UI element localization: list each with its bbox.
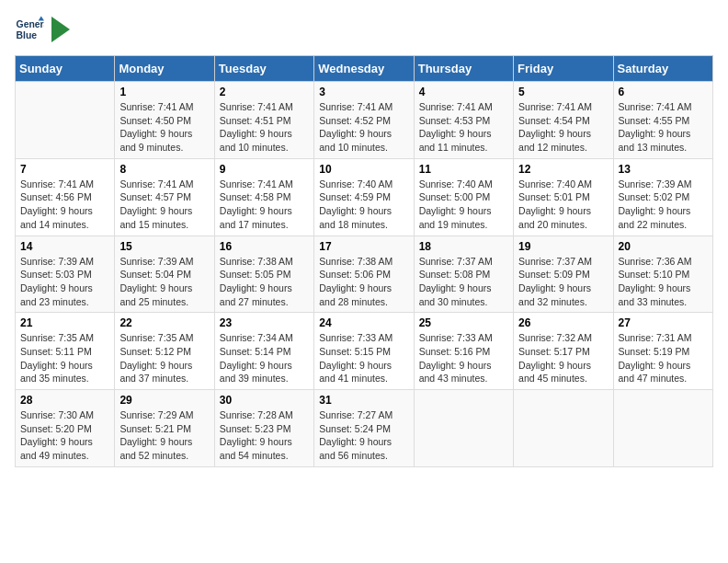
calendar-table: SundayMondayTuesdayWednesdayThursdayFrid…: [15, 55, 713, 467]
day-info: Sunrise: 7:37 AM Sunset: 5:08 PM Dayligh…: [419, 255, 508, 309]
day-info: Sunrise: 7:41 AM Sunset: 4:53 PM Dayligh…: [419, 100, 508, 155]
day-number: 1: [119, 86, 209, 98]
day-info: Sunrise: 7:34 AM Sunset: 5:14 PM Dayligh…: [220, 331, 309, 385]
day-number: 12: [518, 163, 608, 176]
day-info: Sunrise: 7:39 AM Sunset: 5:02 PM Dayligh…: [619, 178, 708, 232]
svg-text:Blue: Blue: [17, 30, 38, 40]
day-number: 26: [518, 316, 608, 329]
day-info: Sunrise: 7:40 AM Sunset: 4:59 PM Dayligh…: [319, 178, 408, 232]
column-header-monday: Monday: [115, 56, 214, 82]
calendar-cell: [613, 390, 712, 467]
day-number: 25: [419, 316, 508, 329]
day-info: Sunrise: 7:29 AM Sunset: 5:21 PM Dayligh…: [119, 408, 209, 463]
day-info: Sunrise: 7:41 AM Sunset: 4:56 PM Dayligh…: [20, 178, 109, 232]
day-info: Sunrise: 7:41 AM Sunset: 4:55 PM Dayligh…: [619, 100, 708, 155]
day-number: 27: [619, 316, 708, 329]
calendar-cell: 15Sunrise: 7:39 AM Sunset: 5:04 PM Dayli…: [115, 236, 214, 313]
day-number: 6: [619, 86, 708, 98]
column-header-saturday: Saturday: [613, 56, 712, 82]
calendar-cell: 17Sunrise: 7:38 AM Sunset: 5:06 PM Dayli…: [314, 236, 414, 313]
logo-icon: General Blue: [15, 15, 44, 44]
calendar-cell: 27Sunrise: 7:31 AM Sunset: 5:19 PM Dayli…: [613, 313, 712, 390]
day-info: Sunrise: 7:33 AM Sunset: 5:16 PM Dayligh…: [419, 331, 508, 385]
day-info: Sunrise: 7:40 AM Sunset: 5:00 PM Dayligh…: [419, 178, 508, 232]
day-info: Sunrise: 7:40 AM Sunset: 5:01 PM Dayligh…: [518, 178, 608, 232]
day-number: 9: [220, 163, 309, 176]
day-info: Sunrise: 7:41 AM Sunset: 4:57 PM Dayligh…: [119, 178, 209, 232]
calendar-cell: 4Sunrise: 7:41 AM Sunset: 4:53 PM Daylig…: [414, 82, 513, 159]
day-number: 10: [319, 163, 408, 176]
calendar-cell: 12Sunrise: 7:40 AM Sunset: 5:01 PM Dayli…: [514, 158, 613, 236]
day-info: Sunrise: 7:38 AM Sunset: 5:05 PM Dayligh…: [220, 255, 309, 309]
day-number: 19: [518, 240, 608, 253]
calendar-cell: 19Sunrise: 7:37 AM Sunset: 5:09 PM Dayli…: [514, 236, 613, 313]
day-info: Sunrise: 7:28 AM Sunset: 5:23 PM Dayligh…: [220, 408, 309, 463]
day-number: 20: [619, 240, 708, 253]
calendar-cell: [16, 82, 115, 159]
day-number: 11: [419, 163, 508, 176]
day-number: 21: [20, 316, 109, 329]
calendar-cell: 7Sunrise: 7:41 AM Sunset: 4:56 PM Daylig…: [16, 158, 115, 236]
day-info: Sunrise: 7:39 AM Sunset: 5:03 PM Dayligh…: [20, 255, 109, 309]
calendar-cell: 5Sunrise: 7:41 AM Sunset: 4:54 PM Daylig…: [514, 82, 613, 159]
calendar-cell: 26Sunrise: 7:32 AM Sunset: 5:17 PM Dayli…: [514, 313, 613, 390]
column-header-friday: Friday: [514, 56, 613, 82]
day-number: 29: [119, 394, 209, 407]
day-info: Sunrise: 7:32 AM Sunset: 5:17 PM Dayligh…: [518, 331, 608, 385]
calendar-cell: [514, 390, 613, 467]
calendar-cell: 6Sunrise: 7:41 AM Sunset: 4:55 PM Daylig…: [613, 82, 712, 159]
day-info: Sunrise: 7:39 AM Sunset: 5:04 PM Dayligh…: [119, 255, 209, 309]
day-number: 18: [419, 240, 508, 253]
column-header-tuesday: Tuesday: [214, 56, 313, 82]
day-info: Sunrise: 7:38 AM Sunset: 5:06 PM Dayligh…: [319, 255, 408, 309]
day-info: Sunrise: 7:35 AM Sunset: 5:11 PM Dayligh…: [20, 331, 109, 385]
calendar-cell: 11Sunrise: 7:40 AM Sunset: 5:00 PM Dayli…: [414, 158, 513, 236]
day-info: Sunrise: 7:41 AM Sunset: 4:50 PM Dayligh…: [119, 100, 209, 155]
calendar-cell: 10Sunrise: 7:40 AM Sunset: 4:59 PM Dayli…: [314, 158, 414, 236]
calendar-cell: 28Sunrise: 7:30 AM Sunset: 5:20 PM Dayli…: [16, 390, 115, 467]
calendar-cell: 18Sunrise: 7:37 AM Sunset: 5:08 PM Dayli…: [414, 236, 513, 313]
calendar-cell: 30Sunrise: 7:28 AM Sunset: 5:23 PM Dayli…: [214, 390, 313, 467]
calendar-cell: 13Sunrise: 7:39 AM Sunset: 5:02 PM Dayli…: [613, 158, 712, 236]
calendar-cell: 31Sunrise: 7:27 AM Sunset: 5:24 PM Dayli…: [314, 390, 414, 467]
day-info: Sunrise: 7:41 AM Sunset: 4:54 PM Dayligh…: [518, 100, 608, 155]
calendar-cell: 1Sunrise: 7:41 AM Sunset: 4:50 PM Daylig…: [115, 82, 214, 159]
calendar-cell: 24Sunrise: 7:33 AM Sunset: 5:15 PM Dayli…: [314, 313, 414, 390]
calendar-cell: 3Sunrise: 7:41 AM Sunset: 4:52 PM Daylig…: [314, 82, 414, 159]
calendar-cell: [414, 390, 513, 467]
calendar-cell: 20Sunrise: 7:36 AM Sunset: 5:10 PM Dayli…: [613, 236, 712, 313]
day-info: Sunrise: 7:41 AM Sunset: 4:58 PM Dayligh…: [220, 178, 309, 232]
day-info: Sunrise: 7:30 AM Sunset: 5:20 PM Dayligh…: [20, 408, 109, 463]
column-header-thursday: Thursday: [414, 56, 513, 82]
calendar-cell: 9Sunrise: 7:41 AM Sunset: 4:58 PM Daylig…: [214, 158, 313, 236]
day-number: 17: [319, 240, 408, 253]
day-number: 7: [20, 163, 109, 176]
calendar-cell: 14Sunrise: 7:39 AM Sunset: 5:03 PM Dayli…: [16, 236, 115, 313]
day-info: Sunrise: 7:41 AM Sunset: 4:52 PM Dayligh…: [319, 100, 408, 155]
day-info: Sunrise: 7:37 AM Sunset: 5:09 PM Dayligh…: [518, 255, 608, 309]
column-header-wednesday: Wednesday: [314, 56, 414, 82]
calendar-cell: 21Sunrise: 7:35 AM Sunset: 5:11 PM Dayli…: [16, 313, 115, 390]
calendar-cell: 22Sunrise: 7:35 AM Sunset: 5:12 PM Dayli…: [115, 313, 214, 390]
day-number: 24: [319, 316, 408, 329]
calendar-cell: 25Sunrise: 7:33 AM Sunset: 5:16 PM Dayli…: [414, 313, 513, 390]
svg-marker-2: [39, 17, 44, 21]
day-number: 4: [419, 86, 508, 98]
logo-arrow-icon: [51, 17, 70, 42]
day-number: 14: [20, 240, 109, 253]
calendar-cell: 23Sunrise: 7:34 AM Sunset: 5:14 PM Dayli…: [214, 313, 313, 390]
day-number: 5: [518, 86, 608, 98]
day-number: 13: [619, 163, 708, 176]
day-number: 16: [220, 240, 309, 253]
day-info: Sunrise: 7:35 AM Sunset: 5:12 PM Dayligh…: [119, 331, 209, 385]
day-number: 3: [319, 86, 408, 98]
day-info: Sunrise: 7:27 AM Sunset: 5:24 PM Dayligh…: [319, 408, 408, 463]
svg-marker-3: [51, 17, 70, 42]
day-number: 23: [220, 316, 309, 329]
day-info: Sunrise: 7:31 AM Sunset: 5:19 PM Dayligh…: [619, 331, 708, 385]
calendar-cell: 8Sunrise: 7:41 AM Sunset: 4:57 PM Daylig…: [115, 158, 214, 236]
day-info: Sunrise: 7:41 AM Sunset: 4:51 PM Dayligh…: [220, 100, 309, 155]
day-number: 28: [20, 394, 109, 407]
calendar-cell: 16Sunrise: 7:38 AM Sunset: 5:05 PM Dayli…: [214, 236, 313, 313]
day-number: 8: [119, 163, 209, 176]
